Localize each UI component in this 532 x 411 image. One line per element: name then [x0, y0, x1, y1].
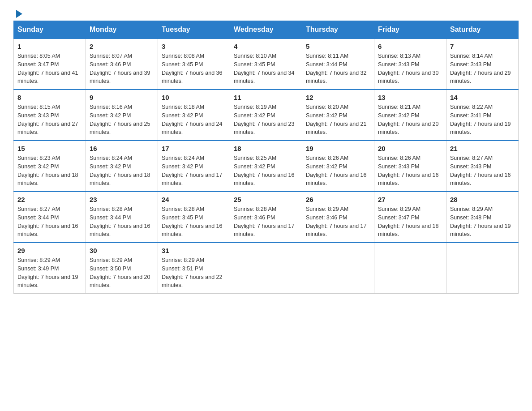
day-number: 11 [234, 94, 298, 101]
svg-marker-0 [16, 10, 22, 18]
day-number: 13 [378, 94, 442, 101]
day-info: Sunrise: 8:16 AMSunset: 3:42 PMDaylight:… [90, 103, 154, 137]
calendar-table: SundayMondayTuesdayWednesdayThursdayFrid… [13, 21, 519, 294]
calendar-day-cell: 21Sunrise: 8:27 AMSunset: 3:43 PMDayligh… [446, 141, 519, 192]
calendar-day-cell: 26Sunrise: 8:29 AMSunset: 3:46 PMDayligh… [302, 192, 374, 243]
day-info: Sunrise: 8:29 AMSunset: 3:49 PMDaylight:… [17, 256, 82, 290]
day-number: 3 [162, 43, 226, 50]
day-info: Sunrise: 8:26 AMSunset: 3:43 PMDaylight:… [378, 154, 442, 188]
day-info: Sunrise: 8:28 AMSunset: 3:45 PMDaylight:… [162, 205, 226, 239]
day-number: 10 [162, 94, 226, 101]
day-info: Sunrise: 8:29 AMSunset: 3:48 PMDaylight:… [450, 205, 515, 239]
calendar-day-cell: 7Sunrise: 8:14 AMSunset: 3:43 PMDaylight… [446, 39, 519, 90]
calendar-day-cell: 11Sunrise: 8:19 AMSunset: 3:42 PMDayligh… [230, 90, 302, 141]
calendar-week-row: 8Sunrise: 8:15 AMSunset: 3:43 PMDaylight… [14, 90, 519, 141]
day-number: 20 [378, 145, 442, 152]
day-number: 4 [234, 43, 298, 50]
day-info: Sunrise: 8:11 AMSunset: 3:44 PMDaylight:… [306, 52, 370, 86]
calendar-week-row: 15Sunrise: 8:23 AMSunset: 3:42 PMDayligh… [14, 141, 519, 192]
day-info: Sunrise: 8:29 AMSunset: 3:46 PMDaylight:… [306, 205, 370, 239]
calendar-day-cell: 15Sunrise: 8:23 AMSunset: 3:42 PMDayligh… [14, 141, 86, 192]
day-number: 31 [162, 247, 226, 254]
day-info: Sunrise: 8:28 AMSunset: 3:46 PMDaylight:… [234, 205, 298, 239]
day-number: 1 [17, 43, 82, 50]
calendar-week-row: 29Sunrise: 8:29 AMSunset: 3:49 PMDayligh… [14, 243, 519, 294]
calendar-day-cell: 12Sunrise: 8:20 AMSunset: 3:42 PMDayligh… [302, 90, 374, 141]
day-number: 2 [90, 43, 154, 50]
day-number: 14 [450, 94, 515, 101]
day-number: 28 [450, 196, 515, 203]
calendar-day-cell: 2Sunrise: 8:07 AMSunset: 3:46 PMDaylight… [86, 39, 158, 90]
calendar-week-row: 1Sunrise: 8:05 AMSunset: 3:47 PMDaylight… [14, 39, 519, 90]
calendar-day-cell: 25Sunrise: 8:28 AMSunset: 3:46 PMDayligh… [230, 192, 302, 243]
day-info: Sunrise: 8:07 AMSunset: 3:46 PMDaylight:… [90, 52, 154, 86]
day-info: Sunrise: 8:23 AMSunset: 3:42 PMDaylight:… [17, 154, 82, 188]
day-info: Sunrise: 8:29 AMSunset: 3:51 PMDaylight:… [162, 256, 226, 290]
day-info: Sunrise: 8:21 AMSunset: 3:42 PMDaylight:… [378, 103, 442, 137]
calendar-day-cell [446, 243, 519, 294]
day-info: Sunrise: 8:15 AMSunset: 3:43 PMDaylight:… [17, 103, 82, 137]
weekday-header-thursday: Thursday [302, 21, 374, 39]
day-number: 19 [306, 145, 370, 152]
calendar-day-cell: 31Sunrise: 8:29 AMSunset: 3:51 PMDayligh… [158, 243, 230, 294]
calendar-day-cell: 17Sunrise: 8:24 AMSunset: 3:42 PMDayligh… [158, 141, 230, 192]
weekday-header-saturday: Saturday [446, 21, 519, 39]
calendar-day-cell: 9Sunrise: 8:16 AMSunset: 3:42 PMDaylight… [86, 90, 158, 141]
day-info: Sunrise: 8:10 AMSunset: 3:45 PMDaylight:… [234, 52, 298, 86]
weekday-header-friday: Friday [374, 21, 446, 39]
day-info: Sunrise: 8:24 AMSunset: 3:42 PMDaylight:… [90, 154, 154, 188]
day-number: 6 [378, 43, 442, 50]
day-info: Sunrise: 8:29 AMSunset: 3:47 PMDaylight:… [378, 205, 442, 239]
calendar-day-cell: 30Sunrise: 8:29 AMSunset: 3:50 PMDayligh… [86, 243, 158, 294]
calendar-day-cell [302, 243, 374, 294]
day-info: Sunrise: 8:27 AMSunset: 3:43 PMDaylight:… [450, 154, 515, 188]
calendar-day-cell: 29Sunrise: 8:29 AMSunset: 3:49 PMDayligh… [14, 243, 86, 294]
day-number: 15 [17, 145, 82, 152]
logo-icon [14, 9, 24, 19]
day-number: 16 [90, 145, 154, 152]
day-number: 18 [234, 145, 298, 152]
calendar-day-cell: 14Sunrise: 8:22 AMSunset: 3:41 PMDayligh… [446, 90, 519, 141]
weekday-header-sunday: Sunday [14, 21, 86, 39]
day-info: Sunrise: 8:08 AMSunset: 3:45 PMDaylight:… [162, 52, 226, 86]
day-number: 27 [378, 196, 442, 203]
day-number: 7 [450, 43, 515, 50]
calendar-day-cell: 3Sunrise: 8:08 AMSunset: 3:45 PMDaylight… [158, 39, 230, 90]
day-number: 24 [162, 196, 226, 203]
calendar-day-cell: 6Sunrise: 8:13 AMSunset: 3:43 PMDaylight… [374, 39, 446, 90]
day-number: 8 [17, 94, 82, 101]
day-info: Sunrise: 8:24 AMSunset: 3:42 PMDaylight:… [162, 154, 226, 188]
day-info: Sunrise: 8:20 AMSunset: 3:42 PMDaylight:… [306, 103, 370, 137]
weekday-header-row: SundayMondayTuesdayWednesdayThursdayFrid… [14, 21, 519, 39]
calendar-day-cell: 27Sunrise: 8:29 AMSunset: 3:47 PMDayligh… [374, 192, 446, 243]
day-info: Sunrise: 8:13 AMSunset: 3:43 PMDaylight:… [378, 52, 442, 86]
day-info: Sunrise: 8:28 AMSunset: 3:44 PMDaylight:… [90, 205, 154, 239]
day-number: 30 [90, 247, 154, 254]
calendar-day-cell [374, 243, 446, 294]
page-header [13, 9, 519, 16]
calendar-day-cell: 8Sunrise: 8:15 AMSunset: 3:43 PMDaylight… [14, 90, 86, 141]
calendar-day-cell: 1Sunrise: 8:05 AMSunset: 3:47 PMDaylight… [14, 39, 86, 90]
day-number: 17 [162, 145, 226, 152]
day-number: 29 [17, 247, 82, 254]
day-info: Sunrise: 8:26 AMSunset: 3:42 PMDaylight:… [306, 154, 370, 188]
logo [13, 9, 24, 16]
day-number: 12 [306, 94, 370, 101]
weekday-header-tuesday: Tuesday [158, 21, 230, 39]
weekday-header-wednesday: Wednesday [230, 21, 302, 39]
calendar-day-cell: 13Sunrise: 8:21 AMSunset: 3:42 PMDayligh… [374, 90, 446, 141]
calendar-day-cell: 28Sunrise: 8:29 AMSunset: 3:48 PMDayligh… [446, 192, 519, 243]
calendar-day-cell [230, 243, 302, 294]
day-info: Sunrise: 8:25 AMSunset: 3:42 PMDaylight:… [234, 154, 298, 188]
day-info: Sunrise: 8:05 AMSunset: 3:47 PMDaylight:… [17, 52, 82, 86]
calendar-day-cell: 4Sunrise: 8:10 AMSunset: 3:45 PMDaylight… [230, 39, 302, 90]
calendar-day-cell: 16Sunrise: 8:24 AMSunset: 3:42 PMDayligh… [86, 141, 158, 192]
day-number: 5 [306, 43, 370, 50]
calendar-day-cell: 20Sunrise: 8:26 AMSunset: 3:43 PMDayligh… [374, 141, 446, 192]
calendar-day-cell: 19Sunrise: 8:26 AMSunset: 3:42 PMDayligh… [302, 141, 374, 192]
day-number: 21 [450, 145, 515, 152]
calendar-day-cell: 5Sunrise: 8:11 AMSunset: 3:44 PMDaylight… [302, 39, 374, 90]
day-number: 23 [90, 196, 154, 203]
calendar-day-cell: 10Sunrise: 8:18 AMSunset: 3:42 PMDayligh… [158, 90, 230, 141]
weekday-header-monday: Monday [86, 21, 158, 39]
